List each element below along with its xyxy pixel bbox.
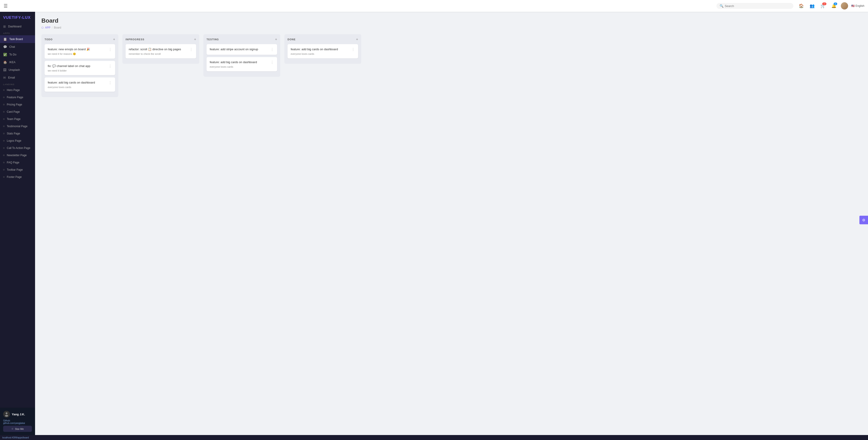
- sidebar-item-newsletter[interactable]: Newsletter Page: [0, 152, 35, 159]
- sidebar-item-footer[interactable]: Footer Page: [0, 173, 35, 181]
- task-menu-button[interactable]: ⋮: [106, 64, 112, 68]
- dot-icon: [3, 147, 4, 149]
- sidebar-chat-label: Chat: [9, 45, 15, 49]
- column-add-testing[interactable]: +: [275, 37, 277, 41]
- menu-icon[interactable]: ☰: [4, 3, 8, 9]
- breadcrumb-current: Board: [54, 26, 61, 29]
- column-title-inprogress: INPROGRESS: [126, 38, 144, 41]
- app-body: VUETIFY-LUX ⊞ Dashboard APPS 📋 Task Boar…: [0, 12, 868, 435]
- sidebar-item-todo[interactable]: ✅ To Do: [0, 51, 35, 58]
- sidebar-email-label: Email: [8, 76, 15, 79]
- flag-icon: 🇺🇸: [851, 4, 855, 7]
- sidebar-footer-user: Yang J.K.: [3, 411, 32, 418]
- task-title: refactor: scroll 📋 directive on big page…: [129, 47, 188, 51]
- footer-github-info: Github: github.com/yangjiakai: [3, 419, 32, 424]
- breadcrumb-app[interactable]: APP: [45, 26, 51, 29]
- task-card-header: feature: add stripe account on signup⋮: [210, 47, 274, 52]
- dot-icon: [3, 118, 4, 120]
- avatar[interactable]: [841, 2, 848, 9]
- task-menu-button[interactable]: ⋮: [188, 47, 193, 52]
- task-card-header: feature: add big cards on dashboard⋮: [210, 60, 274, 64]
- avatar-image: [841, 2, 848, 9]
- column-header-inprogress: INPROGRESS+: [126, 37, 196, 41]
- language-selector[interactable]: 🇺🇸 English: [851, 4, 864, 7]
- task-card: feature: add big cards on dashboard⋮ever…: [44, 78, 115, 92]
- page-title: Board: [41, 17, 862, 24]
- task-title: feature: new emojis on board 🎉: [48, 47, 106, 51]
- column-header-testing: TESTING+: [207, 37, 277, 41]
- sidebar-item-toolbar[interactable]: Toolbar Page: [0, 166, 35, 173]
- dashboard-icon: ⊞: [3, 25, 6, 28]
- column-title-testing: TESTING: [207, 38, 219, 41]
- column-add-todo[interactable]: +: [113, 37, 115, 41]
- sidebar-item-faq[interactable]: FAQ Page: [0, 159, 35, 166]
- sidebar-toolbar-label: Toolbar Page: [7, 168, 23, 171]
- footer-avatar: [3, 411, 10, 418]
- column-add-done[interactable]: +: [356, 37, 358, 41]
- sidebar-newsletter-label: Newsletter Page: [7, 154, 27, 157]
- column-inprogress: INPROGRESS+refactor: scroll 📋 directive …: [122, 34, 199, 64]
- task-title: feature: add big cards on dashboard: [48, 81, 106, 85]
- column-header-todo: TODO+: [44, 37, 115, 41]
- column-testing: TESTING+feature: add stripe account on s…: [204, 34, 280, 77]
- sidebar-ikea-label: IKEA: [9, 61, 16, 64]
- bell-button[interactable]: 🔔 4: [830, 2, 838, 10]
- sidebar-item-card[interactable]: Card Page: [0, 108, 35, 115]
- task-title: fix: 💬 channel label on chat app: [48, 64, 106, 68]
- topbar-actions: 🏠 👥 🛒 19 🔔 4 🇺🇸 English: [798, 2, 864, 10]
- topbar: ☰ 🔍 🏠 👥 🛒 19 🔔 4 🇺🇸 English: [0, 0, 868, 12]
- sidebar-unsplash-label: Unsplash: [9, 68, 20, 71]
- sidebar-item-chat[interactable]: 💬 Chat: [0, 43, 35, 51]
- task-menu-button[interactable]: ⋮: [106, 47, 112, 52]
- star-me-button[interactable]: ☆ Star-Me: [3, 426, 32, 432]
- task-subtitle: everyone loves cards: [48, 86, 112, 88]
- github-url: github.com/yangjiakai: [3, 422, 25, 424]
- search-input[interactable]: [725, 4, 790, 8]
- task-menu-button[interactable]: ⋮: [269, 60, 274, 64]
- sidebar-item-taskboard[interactable]: 📋 Task Board: [0, 35, 35, 43]
- dot-icon: [3, 104, 4, 105]
- sidebar-taskboard-label: Task Board: [9, 37, 23, 41]
- task-menu-button[interactable]: ⋮: [349, 47, 355, 52]
- column-add-inprogress[interactable]: +: [194, 37, 196, 41]
- task-menu-button[interactable]: ⋮: [269, 47, 274, 52]
- sidebar-item-logos[interactable]: Logos Page: [0, 137, 35, 144]
- task-card: feature: add big cards on dashboard⋮ever…: [287, 44, 358, 58]
- status-bar: localhost:4399/apps/board: [0, 435, 868, 440]
- dot-icon: [3, 169, 4, 170]
- dot-icon: [3, 126, 4, 127]
- sidebar-item-team[interactable]: Team Page: [0, 115, 35, 123]
- sidebar-item-testimonial[interactable]: Testimonial Page: [0, 123, 35, 130]
- sidebar-item-stats[interactable]: Stats Page: [0, 130, 35, 137]
- floating-settings-button[interactable]: ⚙: [859, 216, 868, 224]
- bell-badge: 4: [834, 2, 837, 5]
- sidebar-apps-section: APPS: [0, 30, 35, 35]
- sidebar-item-cta[interactable]: Call To Action Page: [0, 144, 35, 152]
- users-button[interactable]: 👥: [808, 2, 816, 10]
- task-title: feature: add big cards on dashboard: [291, 47, 349, 51]
- sidebar-item-unsplash[interactable]: 🖼 Unsplash: [0, 66, 35, 74]
- cart-button[interactable]: 🛒 19: [819, 2, 827, 10]
- sidebar-item-feature[interactable]: Feature Page: [0, 94, 35, 101]
- task-subtitle: everyone loves cards: [210, 65, 274, 68]
- sidebar-item-pricing[interactable]: Pricing Page: [0, 101, 35, 108]
- todo-icon: ✅: [3, 53, 7, 56]
- search-bar[interactable]: 🔍: [716, 3, 793, 9]
- task-title: feature: add big cards on dashboard: [210, 60, 269, 64]
- sidebar-item-dashboard[interactable]: ⊞ Dashboard: [0, 23, 35, 30]
- star-label: Star-Me: [15, 428, 24, 430]
- task-menu-button[interactable]: ⋮: [106, 81, 112, 85]
- task-card: feature: add big cards on dashboard⋮ever…: [207, 57, 277, 71]
- task-card: feature: new emojis on board 🎉⋮we need i…: [44, 44, 115, 59]
- sidebar-cta-label: Call To Action Page: [7, 146, 30, 150]
- breadcrumb-icon: ⬡: [41, 26, 44, 29]
- sidebar-item-email[interactable]: ✉ Email: [0, 74, 35, 82]
- unsplash-icon: 🖼: [3, 68, 6, 72]
- chat-icon: 💬: [3, 45, 7, 49]
- dot-icon: [3, 133, 4, 134]
- sidebar-item-hero[interactable]: Hero Page: [0, 86, 35, 94]
- sidebar-item-ikea[interactable]: 🏠 IKEA: [0, 58, 35, 66]
- dot-icon: [3, 176, 4, 178]
- sidebar-stats-label: Stats Page: [7, 132, 20, 135]
- home-button[interactable]: 🏠: [798, 2, 805, 10]
